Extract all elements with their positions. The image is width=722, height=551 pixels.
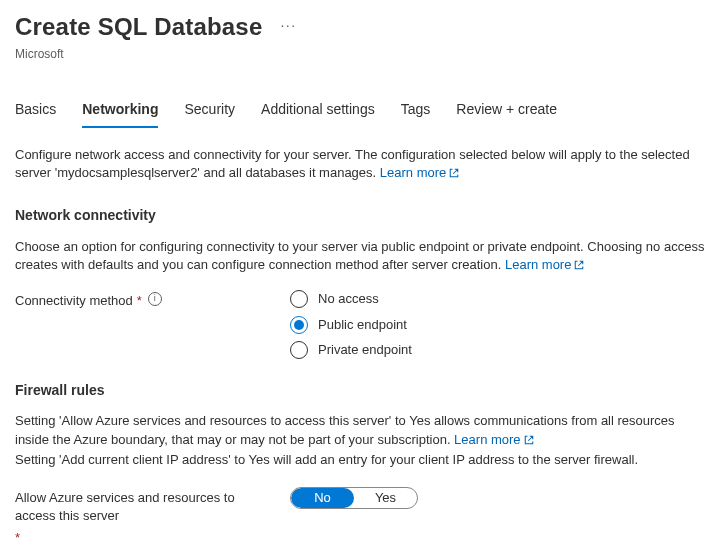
tab-security[interactable]: Security (184, 94, 235, 128)
tab-additional-settings[interactable]: Additional settings (261, 94, 375, 128)
intro-learn-more-link[interactable]: Learn more (380, 165, 460, 180)
connectivity-learn-more-link[interactable]: Learn more (505, 257, 585, 272)
required-asterisk: * (15, 529, 20, 547)
radio-public-endpoint-label: Public endpoint (318, 316, 407, 334)
page-title: Create SQL Database (15, 10, 262, 44)
connectivity-desc: Choose an option for configuring connect… (15, 238, 707, 276)
radio-no-access-label: No access (318, 290, 379, 308)
info-icon[interactable]: i (148, 292, 162, 306)
allow-azure-services-toggle[interactable]: No Yes (290, 487, 418, 509)
more-actions-icon[interactable]: ··· (280, 16, 296, 38)
allow-azure-yes[interactable]: Yes (354, 488, 417, 508)
tab-bar: Basics Networking Security Additional se… (15, 94, 707, 128)
allow-azure-services-label: Allow Azure services and resources to ac… (15, 487, 290, 548)
radio-private-endpoint[interactable]: Private endpoint (290, 341, 412, 359)
tab-networking[interactable]: Networking (82, 94, 158, 128)
radio-private-endpoint-label: Private endpoint (318, 341, 412, 359)
section-network-connectivity: Network connectivity (15, 206, 707, 226)
connectivity-method-radiogroup: No access Public endpoint Private endpoi… (290, 290, 412, 359)
connectivity-method-label: Connectivity method * i (15, 290, 290, 359)
intro-text: Configure network access and connectivit… (15, 146, 707, 184)
radio-public-endpoint[interactable]: Public endpoint (290, 316, 412, 334)
firewall-desc-1: Setting 'Allow Azure services and resour… (15, 412, 707, 469)
publisher-label: Microsoft (15, 46, 707, 63)
external-link-icon (573, 258, 585, 276)
section-firewall-rules: Firewall rules (15, 381, 707, 401)
radio-no-access[interactable]: No access (290, 290, 412, 308)
tab-basics[interactable]: Basics (15, 94, 56, 128)
firewall-learn-more-link[interactable]: Learn more (454, 432, 534, 447)
external-link-icon (523, 433, 535, 451)
external-link-icon (448, 166, 460, 184)
tab-review-create[interactable]: Review + create (456, 94, 557, 128)
allow-azure-no[interactable]: No (291, 488, 354, 508)
required-asterisk: * (137, 292, 142, 310)
tab-tags[interactable]: Tags (401, 94, 431, 128)
